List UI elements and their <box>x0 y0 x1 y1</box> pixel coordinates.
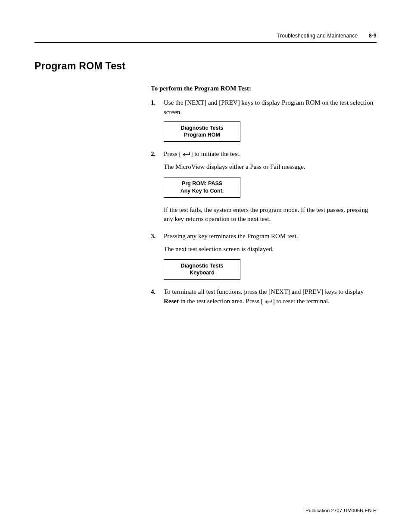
step-3-para: The next test selection screen is displa… <box>164 245 377 254</box>
step-2-para-2: If the test fails, the system enters the… <box>164 205 377 224</box>
screen-line: Any Key to Cont. <box>166 187 238 195</box>
screen-line: Diagnostic Tests <box>166 124 238 132</box>
page-number: 8-9 <box>369 33 377 39</box>
screen-line: Prg ROM: PASS <box>166 180 238 187</box>
step-4-text-b: in the test selection area. Press [ <box>179 298 263 305</box>
content-column: To perform the Program ROM Test: Use the… <box>151 85 377 306</box>
step-3-text-a: Pressing any key terminates the Program … <box>164 233 298 240</box>
screen-box-program-rom: Diagnostic Tests Program ROM <box>164 121 240 142</box>
step-2-para-1: The MicroView displays either a Pass or … <box>164 162 377 172</box>
screen-line: Program ROM <box>166 131 238 139</box>
screen-line: Diagnostic Tests <box>166 262 238 270</box>
step-4-text-c: ] to reset the terminal. <box>273 298 330 305</box>
screen-box-keyboard: Diagnostic Tests Keyboard <box>164 259 240 280</box>
step-2-text-a: Press [ <box>164 150 181 157</box>
section-title: Program ROM Test <box>34 60 377 72</box>
step-4: To terminate all test functions, press t… <box>151 287 377 306</box>
step-1: Use the [NEXT] and [PREV] keys to displa… <box>151 98 377 142</box>
screen-line: Keyboard <box>166 269 238 277</box>
chapter-name: Troubleshooting and Maintenance <box>277 33 358 39</box>
publication-footer: Publication 2707-UM005B-EN-P <box>305 508 377 513</box>
enter-key-icon <box>263 299 273 304</box>
screen-box-pass: Prg ROM: PASS Any Key to Cont. <box>164 177 240 198</box>
step-2: Press [] to initiate the test. The Micro… <box>151 149 377 224</box>
step-3: Pressing any key terminates the Program … <box>151 232 377 280</box>
enter-key-icon <box>181 152 190 157</box>
step-2-text-b: ] to initiate the test. <box>190 150 240 157</box>
step-1-text: Use the [NEXT] and [PREV] keys to displa… <box>164 99 373 115</box>
step-4-text-a: To terminate all test functions, press t… <box>164 288 364 295</box>
procedure-steps: Use the [NEXT] and [PREV] keys to displa… <box>151 98 377 306</box>
procedure-lead: To perform the Program ROM Test: <box>151 85 377 92</box>
running-header: Troubleshooting and Maintenance 8-9 <box>34 33 377 43</box>
reset-keyword: Reset <box>164 298 179 305</box>
